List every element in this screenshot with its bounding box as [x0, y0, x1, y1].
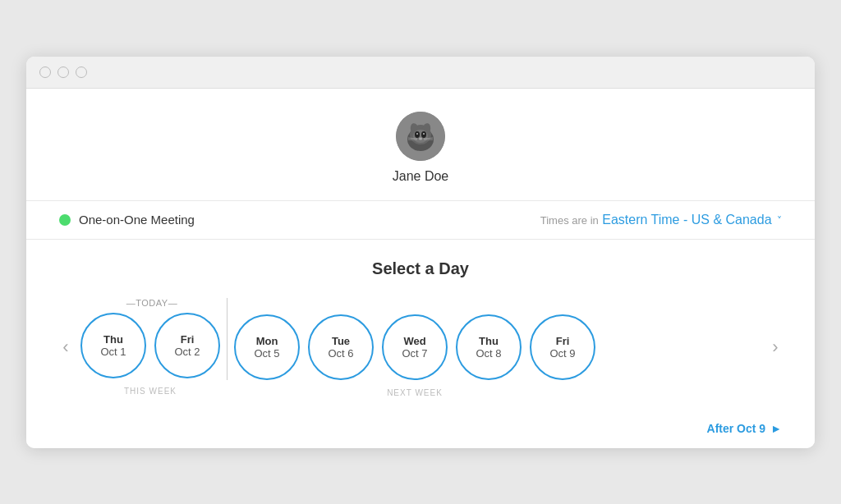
timezone-value[interactable]: Eastern Time - US & Canada	[602, 213, 771, 227]
next-arrow[interactable]: ›	[761, 332, 790, 362]
day-thu-oct8[interactable]: Thu Oct 8	[456, 314, 522, 380]
select-day-heading: Select a Day	[51, 259, 790, 278]
day-name: Fri	[556, 335, 570, 347]
day-name: Thu	[103, 333, 123, 346]
next-week-block: Mon Oct 5 Tue Oct 6 Wed Oct 7	[234, 298, 595, 397]
profile-name: Jane Doe	[393, 169, 449, 184]
after-link-row: After Oct 9 ►	[26, 414, 815, 448]
avatar	[396, 112, 445, 161]
timezone-area: Times are in Eastern Time - US & Canada …	[540, 213, 782, 227]
meeting-status-dot	[59, 214, 71, 226]
after-link-arrow-icon: ►	[770, 422, 782, 435]
day-name: Fri	[181, 333, 195, 346]
week-divider	[220, 298, 234, 380]
main-window: Jane Doe One-on-One Meeting Times are in…	[26, 57, 815, 448]
day-date: Oct 9	[549, 347, 575, 360]
day-date: Oct 8	[476, 347, 501, 360]
after-oct9-link[interactable]: After Oct 9 ►	[707, 422, 782, 435]
day-date: Oct 6	[328, 347, 353, 360]
day-name: Wed	[403, 335, 425, 347]
next-week-days: Mon Oct 5 Tue Oct 6 Wed Oct 7	[234, 314, 595, 380]
minimize-button[interactable]	[57, 66, 69, 78]
days-container: ‹ —TODAY— Thu Oct 1 Fri	[51, 298, 790, 397]
day-date: Oct 7	[402, 347, 427, 360]
svg-point-10	[419, 137, 422, 140]
day-name: Tue	[332, 335, 350, 347]
meeting-left: One-on-One Meeting	[59, 213, 195, 227]
day-wed-oct7[interactable]: Wed Oct 7	[382, 314, 448, 380]
profile-section: Jane Doe	[26, 89, 815, 201]
after-link-label: After Oct 9	[707, 422, 766, 435]
close-button[interactable]	[39, 66, 51, 78]
this-week-label: THIS WEEK	[124, 387, 177, 396]
day-date: Oct 1	[100, 346, 126, 358]
day-name: Thu	[479, 335, 499, 347]
day-date: Oct 2	[174, 346, 200, 358]
prev-arrow[interactable]: ‹	[51, 332, 80, 362]
day-fri-oct2[interactable]: Fri Oct 2	[154, 313, 220, 378]
timezone-chevron-icon[interactable]: ˅	[777, 215, 782, 227]
this-week-block: —TODAY— Thu Oct 1 Fri Oct 2 THIS WEEK	[80, 298, 220, 396]
this-week-days: Thu Oct 1 Fri Oct 2	[80, 313, 220, 378]
titlebar	[26, 57, 815, 89]
next-week-label: NEXT WEEK	[387, 388, 443, 397]
day-tue-oct6[interactable]: Tue Oct 6	[308, 314, 374, 380]
meeting-title: One-on-One Meeting	[79, 213, 195, 227]
day-fri-oct9[interactable]: Fri Oct 9	[530, 314, 595, 380]
meeting-bar: One-on-One Meeting Times are in Eastern …	[26, 201, 815, 240]
all-weeks: —TODAY— Thu Oct 1 Fri Oct 2 THIS WEEK	[80, 298, 761, 397]
day-name: Mon	[256, 335, 278, 347]
timezone-label: Times are in	[540, 214, 599, 227]
calendar-section: Select a Day ‹ —TODAY— Thu Oct 1	[26, 240, 815, 414]
svg-point-9	[423, 133, 425, 135]
day-date: Oct 5	[254, 347, 279, 360]
day-thu-oct1[interactable]: Thu Oct 1	[80, 313, 146, 378]
today-label: —TODAY—	[123, 298, 177, 308]
day-mon-oct5[interactable]: Mon Oct 5	[234, 314, 300, 380]
svg-point-8	[416, 133, 418, 135]
maximize-button[interactable]	[76, 66, 87, 78]
page-content: Jane Doe One-on-One Meeting Times are in…	[26, 89, 815, 448]
